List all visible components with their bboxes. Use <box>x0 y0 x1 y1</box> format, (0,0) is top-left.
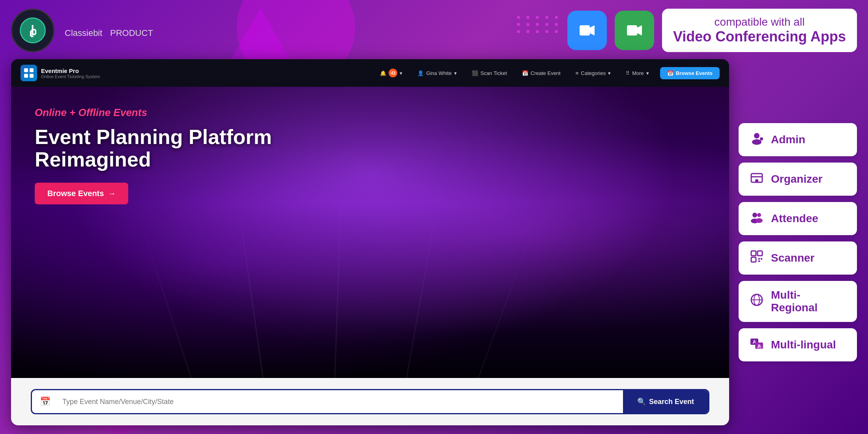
scan-ticket-label: Scan Ticket <box>481 70 507 76</box>
bell-chevron: ▾ <box>400 70 402 76</box>
app-window: Eventmie Pro Online Event Ticketing Syst… <box>11 59 729 425</box>
svg-point-21 <box>756 218 763 223</box>
user-chevron: ▾ <box>454 70 457 76</box>
hero-content: Online + Offline Events Event Planning P… <box>11 87 729 378</box>
page-wrapper: ꞗ Classiebit PRODUCT <box>0 0 868 434</box>
scanner-icon <box>750 249 764 267</box>
scan-icon: ⬛ <box>472 70 478 76</box>
nav-app-name: Eventmie Pro <box>41 67 100 74</box>
browse-calendar-icon: 📅 <box>667 70 673 76</box>
svg-rect-3 <box>580 25 590 36</box>
svg-rect-8 <box>24 68 28 72</box>
create-icon: 📅 <box>522 70 528 76</box>
multilingual-label: Multi-lingual <box>771 339 836 351</box>
more-chevron: ▾ <box>646 70 649 76</box>
app-hero: Online + Offline Events Event Planning P… <box>11 87 729 378</box>
nav-logo-icon <box>21 65 37 81</box>
nav-scan-ticket[interactable]: ⬛ Scan Ticket <box>468 68 511 79</box>
search-input[interactable] <box>58 391 623 413</box>
nav-browse-label: Browse Events <box>676 70 713 76</box>
classiebit-logo-svg: ꞗ <box>19 17 47 44</box>
svg-rect-23 <box>751 257 756 262</box>
compat-line2: Video Conferencing Apps <box>673 28 846 45</box>
compat-box: compatible with all Video Conferencing A… <box>662 9 857 52</box>
svg-rect-24 <box>758 251 762 256</box>
attendee-icon <box>750 210 764 227</box>
organizer-icon <box>750 170 764 188</box>
svg-text:ꞗ: ꞗ <box>29 21 37 38</box>
search-btn-label: Search Event <box>649 398 694 406</box>
more-icon: ⠿ <box>626 70 630 76</box>
search-wrap: 📅 🔍 Search Event <box>31 389 709 414</box>
brand-name-text: Classiebit <box>65 28 102 38</box>
brand-name: Classiebit PRODUCT <box>62 21 153 40</box>
admin-label: Admin <box>771 133 805 146</box>
nav-logo-area: Eventmie Pro Online Event Ticketing Syst… <box>21 65 100 81</box>
user-icon: 👤 <box>417 70 424 76</box>
multiregional-icon <box>750 293 764 310</box>
nav-more[interactable]: ⠿ More ▾ <box>622 68 653 79</box>
svg-point-14 <box>760 137 763 140</box>
svg-point-18 <box>752 213 757 217</box>
hero-tag: Online + Offline Events <box>35 107 705 119</box>
top-bar: ꞗ Classiebit PRODUCT <box>11 9 857 52</box>
svg-point-12 <box>754 133 760 138</box>
nav-app-sub: Online Event Ticketing System <box>41 74 100 79</box>
create-event-label: Create Event <box>531 70 561 76</box>
nav-brand: Eventmie Pro Online Event Ticketing Syst… <box>41 67 100 79</box>
svg-rect-6 <box>627 25 637 36</box>
more-label: More <box>632 70 644 76</box>
organizer-label: Organizer <box>771 173 823 185</box>
app-navbar: Eventmie Pro Online Event Ticketing Syst… <box>11 59 729 87</box>
svg-point-13 <box>752 139 761 145</box>
main-row: Eventmie Pro Online Event Ticketing Syst… <box>11 59 857 425</box>
nav-username: Gina White <box>426 70 451 76</box>
logo-area: ꞗ Classiebit PRODUCT <box>11 9 153 52</box>
meet-icon <box>615 11 654 50</box>
admin-icon <box>750 131 764 148</box>
role-card-attendee[interactable]: Attendee <box>739 202 857 235</box>
role-card-multilingual[interactable]: Aあ Multi-lingual <box>739 328 857 361</box>
categories-icon: ≡ <box>576 70 579 76</box>
attendee-label: Attendee <box>771 212 818 225</box>
hero-title: Event Planning Platform Reimagined <box>35 126 311 171</box>
svg-point-17 <box>755 179 758 182</box>
role-card-organizer[interactable]: Organizer <box>739 163 857 196</box>
svg-rect-26 <box>761 258 762 260</box>
multiregional-label: Multi-Regional <box>771 289 846 314</box>
videoconf-area: compatible with all Video Conferencing A… <box>567 9 857 52</box>
search-magnifier-icon: 🔍 <box>637 397 646 406</box>
app-search-bar: 📅 🔍 Search Event <box>11 378 729 425</box>
nav-user-item[interactable]: 👤 Gina White ▾ <box>413 68 460 79</box>
hero-browse-label: Browse Events <box>47 189 104 198</box>
role-card-admin[interactable]: Admin <box>739 123 857 156</box>
nav-browse-events-button[interactable]: 📅 Browse Events <box>660 67 720 79</box>
categories-chevron: ▾ <box>608 70 611 76</box>
logo-circle: ꞗ <box>11 9 54 52</box>
brand-text: Classiebit PRODUCT <box>62 21 153 40</box>
bell-count: 43 <box>389 69 397 77</box>
svg-point-19 <box>757 213 761 217</box>
nav-categories[interactable]: ≡ Categories ▾ <box>572 68 615 79</box>
search-calendar-icon: 📅 <box>32 397 58 407</box>
scanner-label: Scanner <box>771 252 815 264</box>
categories-label: Categories <box>581 70 606 76</box>
role-card-multiregional[interactable]: Multi-Regional <box>739 281 857 322</box>
role-card-scanner[interactable]: Scanner <box>739 241 857 275</box>
search-event-button[interactable]: 🔍 Search Event <box>623 390 708 413</box>
nav-bell-item[interactable]: 🔔 43 ▾ <box>376 66 406 80</box>
hero-browse-arrow: → <box>108 189 116 198</box>
svg-rect-27 <box>758 260 760 262</box>
hero-browse-events-button[interactable]: Browse Events → <box>35 183 128 204</box>
right-panel: Admin Organizer Attendee Scanner Multi-R… <box>739 59 857 425</box>
svg-rect-22 <box>751 251 756 256</box>
svg-rect-25 <box>758 258 760 260</box>
bell-icon: 🔔 <box>380 70 386 76</box>
svg-rect-9 <box>30 68 34 72</box>
nav-create-event[interactable]: 📅 Create Event <box>518 68 565 79</box>
compat-line1: compatible with all <box>673 16 846 28</box>
meet-logo-svg <box>624 20 645 41</box>
brand-tag: PRODUCT <box>110 28 153 38</box>
svg-text:あ: あ <box>757 344 761 348</box>
svg-rect-11 <box>30 74 34 78</box>
